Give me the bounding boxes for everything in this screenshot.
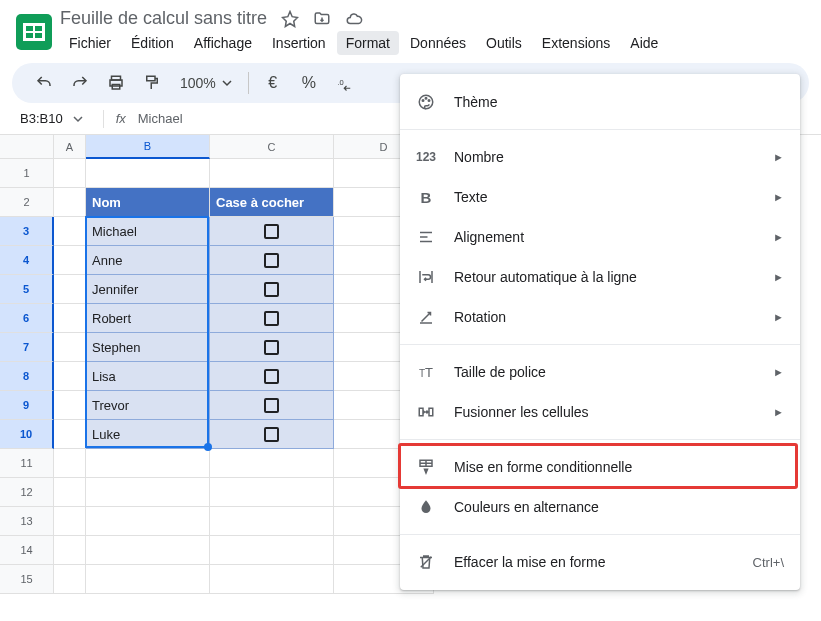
format-menu-couleurs-en-alternance[interactable]: Couleurs en alternance	[400, 487, 800, 527]
row-header-15[interactable]: 15	[0, 565, 54, 594]
cell-A4[interactable]	[54, 246, 86, 275]
checkbox[interactable]	[264, 369, 279, 384]
zoom-select[interactable]: 100%	[172, 75, 240, 91]
cell-A12[interactable]	[54, 478, 86, 507]
row-header-5[interactable]: 5	[0, 275, 54, 304]
cell-C11[interactable]	[210, 449, 334, 478]
menu-données[interactable]: Données	[401, 31, 475, 55]
format-menu-nombre[interactable]: 123Nombre►	[400, 137, 800, 177]
cell-C15[interactable]	[210, 565, 334, 594]
cell-C14[interactable]	[210, 536, 334, 565]
checkbox[interactable]	[264, 282, 279, 297]
cell-A10[interactable]	[54, 420, 86, 449]
checkbox[interactable]	[264, 253, 279, 268]
row-header-12[interactable]: 12	[0, 478, 54, 507]
checkbox[interactable]	[264, 398, 279, 413]
row-header-8[interactable]: 8	[0, 362, 54, 391]
cell-B8[interactable]: Lisa	[86, 362, 210, 391]
formula-bar[interactable]: Michael	[138, 111, 183, 126]
cell-B12[interactable]	[86, 478, 210, 507]
cell-A14[interactable]	[54, 536, 86, 565]
cell-B7[interactable]: Stephen	[86, 333, 210, 362]
cell-C5[interactable]	[210, 275, 334, 304]
row-header-4[interactable]: 4	[0, 246, 54, 275]
checkbox[interactable]	[264, 224, 279, 239]
menu-insertion[interactable]: Insertion	[263, 31, 335, 55]
cell-C1[interactable]	[210, 159, 334, 188]
row-header-6[interactable]: 6	[0, 304, 54, 333]
cell-A1[interactable]	[54, 159, 86, 188]
row-header-10[interactable]: 10	[0, 420, 54, 449]
select-all-corner[interactable]	[0, 135, 54, 159]
format-menu-rotation[interactable]: Rotation►	[400, 297, 800, 337]
cell-C10[interactable]	[210, 420, 334, 449]
cell-A5[interactable]	[54, 275, 86, 304]
menu-outils[interactable]: Outils	[477, 31, 531, 55]
cell-C13[interactable]	[210, 507, 334, 536]
cell-B2[interactable]: Nom	[86, 188, 210, 217]
percent-button[interactable]: %	[293, 67, 325, 99]
cell-A8[interactable]	[54, 362, 86, 391]
format-menu-fusionner-les-cellules[interactable]: Fusionner les cellules►	[400, 392, 800, 432]
currency-button[interactable]: €	[257, 67, 289, 99]
cell-B5[interactable]: Jennifer	[86, 275, 210, 304]
cell-A7[interactable]	[54, 333, 86, 362]
checkbox[interactable]	[264, 340, 279, 355]
col-header-C[interactable]: C	[210, 135, 334, 159]
cell-C4[interactable]	[210, 246, 334, 275]
cell-A2[interactable]	[54, 188, 86, 217]
col-header-A[interactable]: A	[54, 135, 86, 159]
move-folder-icon[interactable]	[313, 10, 331, 28]
row-header-7[interactable]: 7	[0, 333, 54, 362]
cell-C2[interactable]: Case à cocher	[210, 188, 334, 217]
cell-C8[interactable]	[210, 362, 334, 391]
name-box[interactable]: B3:B10	[12, 107, 91, 130]
row-header-1[interactable]: 1	[0, 159, 54, 188]
cell-B10[interactable]: Luke	[86, 420, 210, 449]
cell-A13[interactable]	[54, 507, 86, 536]
row-header-2[interactable]: 2	[0, 188, 54, 217]
format-menu-th-me[interactable]: Thème	[400, 82, 800, 122]
cell-B4[interactable]: Anne	[86, 246, 210, 275]
print-button[interactable]	[100, 67, 132, 99]
cell-B11[interactable]	[86, 449, 210, 478]
format-menu-effacer-la-mise-en-forme[interactable]: Effacer la mise en formeCtrl+\	[400, 542, 800, 582]
cell-A3[interactable]	[54, 217, 86, 246]
row-header-13[interactable]: 13	[0, 507, 54, 536]
cell-B1[interactable]	[86, 159, 210, 188]
redo-button[interactable]	[64, 67, 96, 99]
checkbox[interactable]	[264, 311, 279, 326]
cell-B13[interactable]	[86, 507, 210, 536]
row-header-14[interactable]: 14	[0, 536, 54, 565]
format-menu-taille-de-police[interactable]: TTTaille de police►	[400, 352, 800, 392]
menu-extensions[interactable]: Extensions	[533, 31, 619, 55]
format-menu-alignement[interactable]: Alignement►	[400, 217, 800, 257]
decrease-decimal-button[interactable]: .0	[329, 67, 361, 99]
cell-B14[interactable]	[86, 536, 210, 565]
cell-C7[interactable]	[210, 333, 334, 362]
cell-B9[interactable]: Trevor	[86, 391, 210, 420]
doc-title[interactable]: Feuille de calcul sans titre	[60, 8, 267, 29]
paint-format-button[interactable]	[136, 67, 168, 99]
menu-aide[interactable]: Aide	[621, 31, 667, 55]
checkbox[interactable]	[264, 427, 279, 442]
row-header-11[interactable]: 11	[0, 449, 54, 478]
menu-format[interactable]: Format	[337, 31, 399, 55]
cell-A11[interactable]	[54, 449, 86, 478]
format-menu-mise-en-forme-conditionnelle[interactable]: Mise en forme conditionnelle	[400, 447, 800, 487]
cell-A6[interactable]	[54, 304, 86, 333]
row-header-9[interactable]: 9	[0, 391, 54, 420]
format-menu-retour-automatique-la-ligne[interactable]: Retour automatique à la ligne►	[400, 257, 800, 297]
cloud-icon[interactable]	[345, 10, 363, 28]
cell-C9[interactable]	[210, 391, 334, 420]
menu-affichage[interactable]: Affichage	[185, 31, 261, 55]
cell-C12[interactable]	[210, 478, 334, 507]
cell-A9[interactable]	[54, 391, 86, 420]
sheets-logo[interactable]	[16, 14, 52, 50]
cell-A15[interactable]	[54, 565, 86, 594]
cell-C3[interactable]	[210, 217, 334, 246]
format-menu-texte[interactable]: BTexte►	[400, 177, 800, 217]
col-header-B[interactable]: B	[86, 135, 210, 159]
row-header-3[interactable]: 3	[0, 217, 54, 246]
cell-B15[interactable]	[86, 565, 210, 594]
